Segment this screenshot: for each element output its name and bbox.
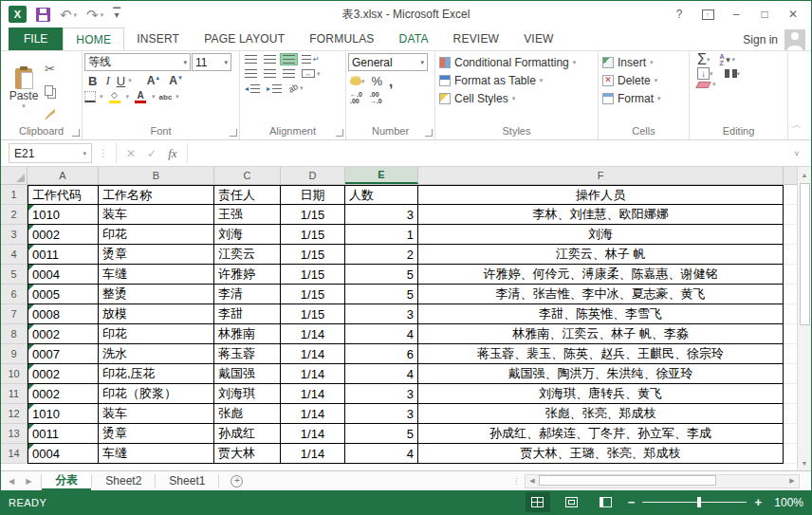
increase-decimal-button[interactable]: ←.0.00: [350, 91, 362, 104]
format-cells-button[interactable]: Format▾: [600, 89, 687, 107]
cell-D5[interactable]: 1/15: [281, 265, 345, 285]
sheet-tab-Sheet2[interactable]: Sheet2: [92, 471, 155, 490]
cell-E7[interactable]: 3: [345, 304, 418, 324]
cell-E11[interactable]: 3: [345, 384, 418, 404]
bold-button[interactable]: B: [84, 74, 101, 88]
cell-E12[interactable]: 3: [345, 404, 418, 424]
sign-in-link[interactable]: Sign in: [743, 33, 778, 46]
scroll-left-icon[interactable]: ◀: [526, 477, 539, 485]
cell-E4[interactable]: 2: [345, 245, 418, 265]
maximize-button[interactable]: □: [752, 5, 777, 24]
page-break-view-button[interactable]: [594, 492, 618, 512]
cell-F5[interactable]: 许雅婷、何伶元、溥康柔、陈嘉惠、谢健铭: [418, 265, 784, 285]
align-left-button[interactable]: [242, 67, 260, 80]
cell-E1[interactable]: 人数: [345, 185, 418, 205]
top-align-button[interactable]: [242, 53, 260, 65]
alignment-dialog-launcher[interactable]: [336, 129, 343, 137]
autosum-button[interactable]: Σ▾: [697, 53, 710, 66]
center-button[interactable]: [261, 67, 279, 80]
cell-F8[interactable]: 林雅南、江奕云、林子 帆、李淼: [418, 324, 784, 344]
cell-C6[interactable]: 李清: [214, 285, 281, 304]
scroll-down-icon[interactable]: ▼: [798, 455, 812, 470]
wrap-text-button[interactable]: ↵: [299, 53, 323, 65]
cell-B10[interactable]: 印花,压花: [99, 364, 214, 384]
paste-button[interactable]: Paste ▾: [3, 53, 45, 124]
cell-B12[interactable]: 装车: [99, 404, 214, 424]
cell-D9[interactable]: 1/14: [281, 344, 345, 364]
cell-E3[interactable]: 1: [345, 225, 418, 245]
name-box[interactable]: E21▾: [9, 143, 92, 163]
cell-A9[interactable]: 0007: [28, 344, 99, 364]
cell-A5[interactable]: 0004: [28, 265, 99, 285]
tab-home[interactable]: HOME: [63, 28, 124, 50]
percent-style-button[interactable]: %: [372, 74, 383, 88]
new-sheet-button[interactable]: +: [219, 471, 254, 490]
help-button[interactable]: ?: [667, 5, 692, 24]
row-header-5[interactable]: 5: [1, 265, 28, 285]
increase-font-size-button[interactable]: A▲: [143, 74, 165, 87]
cell-A7[interactable]: 0008: [28, 304, 99, 324]
formula-input[interactable]: [188, 143, 786, 163]
cell-C12[interactable]: 张彪: [214, 404, 281, 424]
row-header-14[interactable]: 14: [1, 444, 28, 464]
cell-C5[interactable]: 许雅婷: [214, 265, 281, 285]
cell-A8[interactable]: 0002: [28, 324, 99, 344]
cell-D6[interactable]: 1/15: [281, 285, 345, 304]
cell-C2[interactable]: 王强: [214, 205, 281, 225]
cell-F12[interactable]: 张彪、张亮、郑成枝: [418, 404, 784, 424]
row-header-8[interactable]: 8: [1, 324, 28, 344]
cell-C10[interactable]: 戴国强: [214, 364, 281, 384]
orientation-button[interactable]: ab▾: [286, 82, 306, 95]
zoom-slider[interactable]: [642, 502, 747, 503]
cell-D1[interactable]: 日期: [281, 185, 345, 205]
tab-review[interactable]: REVIEW: [441, 28, 512, 50]
cell-A12[interactable]: 1010: [28, 404, 99, 424]
cell-C9[interactable]: 蒋玉蓉: [214, 344, 281, 364]
cell-C13[interactable]: 孙成红: [214, 424, 281, 444]
column-header-D[interactable]: D: [281, 167, 345, 184]
middle-align-button[interactable]: [261, 53, 279, 65]
fill-color-button[interactable]: ◇: [107, 90, 122, 103]
cut-icon[interactable]: ✂: [45, 62, 56, 76]
vertical-scrollbar[interactable]: ▲ ▼: [797, 167, 811, 470]
tab-view[interactable]: VIEW: [511, 28, 565, 50]
sort-filter-button[interactable]: AZ▼▾: [719, 53, 735, 66]
row-header-12[interactable]: 12: [1, 404, 28, 424]
cell-F3[interactable]: 刘海: [418, 225, 784, 245]
tab-page-layout[interactable]: PAGE LAYOUT: [192, 28, 297, 50]
cell-C7[interactable]: 李甜: [214, 304, 281, 324]
cell-styles-button[interactable]: Cell Styles▾: [437, 89, 596, 107]
font-name-combo[interactable]: 等线▾: [84, 53, 191, 71]
conditional-formatting-button[interactable]: Conditional Formatting▾: [437, 53, 596, 71]
bottom-align-button[interactable]: [280, 53, 298, 65]
undo-button[interactable]: ↶▾: [60, 8, 77, 22]
increase-indent-button[interactable]: ▸: [264, 83, 285, 95]
cell-B13[interactable]: 烫章: [99, 424, 214, 444]
row-header-6[interactable]: 6: [1, 285, 28, 304]
cell-B5[interactable]: 车缝: [99, 265, 214, 285]
cell-F14[interactable]: 贾大林、王璐、张亮、郑成枝: [418, 444, 784, 464]
number-format-combo[interactable]: General▾: [348, 53, 428, 71]
row-header-10[interactable]: 10: [1, 364, 28, 384]
borders-icon[interactable]: [84, 91, 96, 102]
sheet-tab-分表[interactable]: 分表: [42, 471, 91, 490]
avatar[interactable]: [784, 29, 805, 50]
row-header-1[interactable]: 1: [1, 185, 28, 205]
cell-B14[interactable]: 车缝: [99, 444, 214, 464]
cell-D14[interactable]: 1/14: [281, 444, 345, 464]
format-as-table-button[interactable]: Format as Table▾: [437, 71, 596, 89]
cell-D4[interactable]: 1/15: [281, 245, 345, 265]
cell-E9[interactable]: 6: [345, 344, 418, 364]
cell-D7[interactable]: 1/15: [281, 304, 345, 324]
cell-A1[interactable]: 工作代码: [28, 185, 99, 205]
cell-B8[interactable]: 印花: [99, 324, 214, 344]
cell-C3[interactable]: 刘海: [214, 225, 281, 245]
cell-B1[interactable]: 工作名称: [99, 185, 214, 205]
row-header-3[interactable]: 3: [1, 225, 28, 245]
zoom-out-button[interactable]: −: [628, 495, 636, 509]
cell-D13[interactable]: 1/14: [281, 424, 345, 444]
row-header-7[interactable]: 7: [1, 304, 28, 324]
cell-E2[interactable]: 3: [345, 205, 418, 225]
accounting-format-button[interactable]: ▾: [350, 77, 365, 85]
cell-F2[interactable]: 李林、刘佳慧、欧阳娜娜: [418, 205, 784, 225]
